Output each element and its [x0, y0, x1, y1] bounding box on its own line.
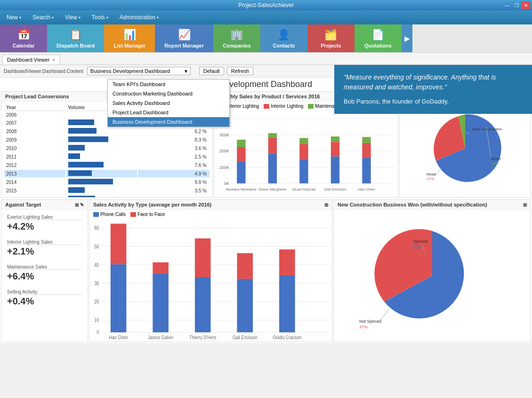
- quotations-label: Quotations: [364, 43, 392, 48]
- selected-option: Business Development Dashboard: [90, 68, 170, 74]
- svg-text:50: 50: [94, 244, 99, 249]
- menu-search[interactable]: Search ▾: [28, 12, 58, 23]
- menu-new[interactable]: New ▾: [2, 12, 26, 23]
- bar-cell: [66, 136, 137, 143]
- minimize-button[interactable]: —: [503, 1, 511, 9]
- legend-phone-color: [93, 212, 99, 217]
- nav-companies[interactable]: 🏢 Companies: [213, 24, 260, 52]
- refresh-button[interactable]: Refresh: [227, 67, 254, 75]
- menu-tools[interactable]: Tools ▾: [87, 12, 113, 23]
- default-button[interactable]: Default: [199, 67, 224, 75]
- against-target-panel: Against Target ⊞ ✎ Exerior Lighting Sale…: [1, 199, 88, 342]
- svg-rect-56: [153, 263, 169, 273]
- contacts-label: Contacts: [273, 43, 295, 48]
- svg-text:10: 10: [94, 318, 99, 323]
- target-exterior: Exerior Lighting Sales +4.2%: [7, 215, 82, 232]
- new-construction-title: New Construction Business Won (with/with…: [334, 200, 531, 210]
- dropdown-menu: Team KPI's Dashboard Construction Market…: [107, 79, 230, 127]
- svg-rect-16: [299, 159, 308, 183]
- nav-more[interactable]: ▶: [402, 24, 412, 52]
- sales-activity-chart: 60 50 40 30 20 10 0: [89, 219, 332, 342]
- svg-text:0K: 0K: [224, 181, 229, 186]
- svg-text:Barbara Moreland: Barbara Moreland: [226, 187, 256, 191]
- option-sales-activity[interactable]: Sales Activity Dashboard: [108, 98, 229, 108]
- tab-close-icon[interactable]: ×: [52, 57, 55, 63]
- close-button[interactable]: ✕: [522, 1, 530, 9]
- svg-text:Gail Erickson: Gail Erickson: [233, 334, 258, 340]
- nav-quotations[interactable]: 📄 Quotations: [355, 24, 402, 52]
- against-target-content: Exerior Lighting Sales +4.2% Interior Li…: [1, 210, 88, 342]
- dispatch-icon: 📋: [69, 29, 82, 41]
- window-controls: — ❐ ✕: [503, 1, 530, 9]
- nav-projects[interactable]: 🗂️ Projects: [307, 24, 355, 52]
- nav-dispatch[interactable]: 📋 Dispatch Board: [47, 24, 104, 52]
- nav-contacts[interactable]: 👤 Contacts: [260, 24, 307, 52]
- svg-text:Not Speced: Not Speced: [359, 319, 381, 324]
- option-project-lead[interactable]: Project Lead Dashboard: [108, 108, 229, 117]
- content-area: DashboardViewer:Dashboard.Content Busine…: [0, 65, 532, 343]
- window-title: Project-SalesAchiever: [238, 2, 294, 8]
- tab-label: Dashboard Viewer: [7, 57, 49, 63]
- lead-table-row: 20098.3 %: [4, 136, 210, 143]
- dropdown-arrow-icon: ▼: [184, 69, 188, 74]
- option-construction[interactable]: Construction Marketing Dashboard: [108, 89, 229, 98]
- legend-face: Face to Face: [130, 212, 165, 217]
- quotations-icon: 📄: [371, 29, 384, 41]
- restore-button[interactable]: ❐: [512, 1, 521, 9]
- target-selling: Selling Activity +0.4%: [7, 289, 82, 307]
- svg-text:30: 30: [94, 280, 99, 286]
- nav-bar: 📅 Calendar 📋 Dispatch Board 📊 List Manag…: [0, 24, 532, 53]
- new-arrow-icon: ▾: [19, 16, 21, 20]
- division-pie-chart: New Construction 59% Retail 27% Direct 1…: [404, 106, 526, 193]
- report-label: Report Manager: [164, 43, 204, 48]
- sales-activity-title: Sales Activity by Type (average per mont…: [89, 200, 332, 210]
- svg-rect-59: [237, 279, 253, 333]
- svg-rect-23: [362, 143, 371, 158]
- legend-interior: Interior Lighting: [264, 103, 303, 109]
- projects-icon: 🗂️: [324, 29, 337, 41]
- companies-label: Companies: [223, 43, 250, 48]
- svg-rect-61: [279, 275, 295, 332]
- svg-text:Direct: Direct: [491, 157, 501, 161]
- menu-view[interactable]: View ▾: [60, 12, 85, 23]
- menu-bar: New ▾ Search ▾ View ▾ Tools ▾ Administra…: [0, 10, 532, 24]
- sales-activity-panel: Sales Activity by Type (average per mont…: [89, 199, 332, 342]
- bottom-section: Against Target ⊞ ✎ Exerior Lighting Sale…: [0, 199, 532, 343]
- svg-text:63%: 63%: [413, 245, 422, 249]
- nav-list-manager[interactable]: 📊 List Manager: [104, 24, 155, 52]
- option-team-kpi[interactable]: Team KPI's Dashboard: [108, 80, 229, 89]
- svg-rect-10: [237, 162, 245, 183]
- nav-report-manager[interactable]: 📈 Report Manager: [155, 24, 213, 52]
- option-business-dev[interactable]: Business Development Dashboard: [108, 117, 229, 127]
- list-icon: 📊: [123, 29, 136, 41]
- svg-text:300K: 300K: [219, 133, 229, 137]
- bar-cell: [66, 187, 137, 194]
- svg-text:0: 0: [97, 330, 99, 335]
- quote-text: "Measure everything of significance. Any…: [344, 72, 523, 92]
- bar-cell: [66, 153, 137, 160]
- svg-text:Janice Galvin: Janice Galvin: [148, 334, 173, 340]
- dashboard-viewer-tab[interactable]: Dashboard Viewer ×: [2, 55, 60, 64]
- svg-rect-14: [268, 137, 277, 153]
- toolbar-buttons: Default Refresh: [199, 67, 253, 75]
- new-construction-content: Speced 63% Not Speced 37%: [334, 210, 531, 342]
- lead-table-row: 20165.7 %: [4, 195, 210, 197]
- svg-rect-13: [268, 154, 277, 183]
- dashboard-selector[interactable]: Business Development Dashboard ▼: [87, 67, 191, 75]
- target-maintenance: Maintenance Sales +6.4%: [7, 264, 82, 282]
- against-target-title: Against Target ⊞ ✎: [1, 200, 88, 210]
- nav-calendar[interactable]: 📅 Calendar: [0, 24, 47, 52]
- svg-rect-24: [362, 137, 371, 143]
- lead-table-row: 20149.8 %: [4, 178, 210, 186]
- svg-text:Stuart Macrae: Stuart Macrae: [292, 187, 316, 191]
- quote-box: "Measure everything of significance. Any…: [334, 65, 532, 114]
- bar-cell: [66, 170, 137, 177]
- svg-rect-20: [331, 142, 339, 157]
- dropdown-label: DashboardViewer:Dashboard.Content: [4, 69, 83, 74]
- bar-cell: [66, 144, 137, 152]
- svg-text:Thierry D'Hers: Thierry D'Hers: [189, 334, 217, 340]
- svg-text:27%: 27%: [427, 177, 434, 181]
- svg-text:100K: 100K: [219, 165, 229, 170]
- svg-rect-21: [331, 136, 339, 142]
- menu-admin[interactable]: Administration ▾: [115, 12, 163, 23]
